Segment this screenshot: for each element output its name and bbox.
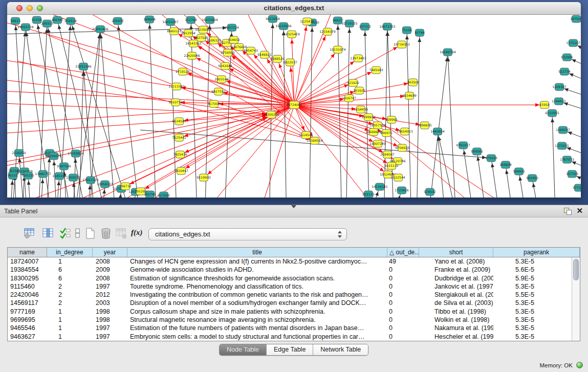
table-cell[interactable]: 9115460 [8, 282, 47, 291]
table-cell[interactable]: 1998 [93, 316, 127, 324]
table-cell[interactable]: Investigating the contribution of common… [127, 291, 387, 299]
table-cell[interactable]: 0 [387, 291, 419, 299]
table-cell[interactable]: 6 [47, 274, 93, 282]
table-cell[interactable]: Tourette syndrome. Phenomenology and cla… [127, 282, 387, 291]
table-cell[interactable]: 18724007 [8, 257, 47, 266]
table-cell[interactable]: 2008 [93, 274, 127, 282]
table-selector-dropdown[interactable]: citations_edges.txt [148, 228, 347, 240]
column-header-0[interactable]: name [8, 248, 47, 257]
table-cell[interactable]: 1 [47, 308, 93, 316]
new-table-icon[interactable] [84, 227, 98, 240]
table-cell[interactable]: 0 [387, 308, 419, 316]
merge-column-icon[interactable] [72, 227, 85, 240]
table-cell[interactable]: 1997 [93, 324, 127, 332]
table-cell[interactable]: Tibbo et al. (1998) [419, 308, 493, 316]
table-settings-icon[interactable] [24, 227, 37, 240]
table-row[interactable]: 1456911722003Disruption of a novel membe… [8, 299, 572, 307]
table-cell[interactable]: Jankovic et al. (1997) [419, 282, 493, 291]
column-header-1[interactable]: in_degree [47, 248, 93, 257]
table-cell[interactable]: 0 [387, 266, 419, 274]
function-builder-icon[interactable]: f(x) [131, 228, 143, 237]
graph-edge[interactable] [205, 20, 210, 198]
table-cell[interactable]: 5.3E-5 [493, 282, 572, 291]
graph-edge[interactable] [519, 171, 528, 198]
table-cell[interactable]: 22420046 [8, 291, 47, 299]
table-cell[interactable]: 5.5E-5 [493, 291, 572, 299]
network-window-titlebar[interactable]: citations_edges.txt [7, 2, 581, 15]
table-cell[interactable]: 1 [47, 333, 93, 341]
table-cell[interactable]: 2 [47, 299, 93, 307]
column-visibility-icon[interactable] [42, 227, 55, 240]
table-cell[interactable]: 19384554 [8, 266, 47, 274]
table-row[interactable]: 2242004622012Investigating the contribut… [8, 291, 572, 299]
network-canvas[interactable]: 1861324055724915562093131663478505142089… [7, 15, 581, 198]
memory-indicator-icon[interactable] [576, 362, 583, 368]
table-cell[interactable]: 18300295 [8, 274, 47, 282]
table-cell[interactable]: 9699695 [8, 316, 47, 324]
table-cell[interactable]: Disruption of a novel member of a sodium… [127, 299, 387, 307]
table-cell[interactable]: 5.3E-5 [493, 308, 572, 316]
table-cell[interactable]: de Silva et al. (2003) [419, 299, 493, 307]
table-cell[interactable]: Stergiakouli et al. (2012) [419, 291, 493, 299]
table-cell[interactable]: 2 [47, 282, 93, 291]
table-cell[interactable]: Dudbridge et al. (2008) [419, 274, 493, 282]
table-cell[interactable]: Franke et al. (2009) [419, 266, 493, 274]
table-row[interactable]: 1830029562008Estimation of significance … [8, 274, 572, 282]
graph-edge[interactable] [294, 15, 345, 105]
table-cell[interactable]: 0 [387, 282, 419, 291]
delete-column-trash-icon[interactable] [100, 227, 113, 240]
zoom-window-button[interactable] [37, 5, 43, 11]
table-cell[interactable]: 5.3E-5 [493, 257, 572, 266]
table-cell[interactable]: 2 [47, 291, 93, 299]
graph-edge[interactable] [89, 29, 100, 198]
table-cell[interactable]: 1 [47, 324, 93, 332]
graph-edge[interactable] [23, 105, 294, 198]
table-cell[interactable]: 9465546 [8, 324, 47, 332]
tab-edge-table[interactable]: Edge Table [266, 344, 313, 355]
graph-edge[interactable] [417, 33, 420, 198]
table-cell[interactable]: 9463627 [8, 333, 47, 341]
tab-network-table[interactable]: Network Table [313, 344, 368, 355]
graph-edge[interactable] [149, 19, 157, 198]
scrollbar-thumb[interactable] [573, 259, 579, 280]
table-cell[interactable]: Estimation of significance thresholds fo… [127, 274, 387, 282]
table-cell[interactable]: 0 [387, 316, 419, 324]
table-row[interactable]: 911546021997Tourette syndrome. Phenomeno… [8, 282, 572, 291]
close-panel-icon[interactable]: ✕ [576, 206, 583, 215]
table-cell[interactable]: Nakamura et al. (1997) [419, 324, 493, 332]
column-header-3[interactable]: title [127, 248, 387, 257]
table-cell[interactable]: 2003 [93, 299, 127, 307]
table-row[interactable]: 1938455462009Genome-wide association stu… [8, 266, 572, 274]
table-cell[interactable]: 2008 [93, 257, 127, 266]
memory-status-label[interactable]: Memory: OK [539, 362, 573, 368]
graph-edge[interactable] [552, 113, 556, 198]
graph-edge[interactable] [365, 27, 369, 198]
table-cell[interactable]: 1 [47, 257, 93, 266]
minimize-window-button[interactable] [27, 5, 33, 11]
table-row[interactable]: 1872400712008Changes of HCN gene express… [8, 257, 572, 266]
table-cell[interactable]: 14569117 [8, 299, 47, 307]
column-header-2[interactable]: year [93, 248, 127, 257]
table-cell[interactable]: 0 [387, 333, 419, 341]
column-header-5[interactable]: short [419, 248, 493, 257]
graph-edge[interactable] [407, 30, 411, 198]
table-cell[interactable]: 5.9E-5 [493, 274, 572, 282]
table-cell[interactable]: 6 [47, 266, 93, 274]
table-cell[interactable]: Corpus callosum shape and size in male p… [127, 308, 387, 316]
table-cell[interactable]: Genome-wide association studies in ADHD. [127, 266, 387, 274]
panel-divider-handle[interactable] [291, 205, 296, 208]
delete-table-icon-disabled[interactable] [115, 227, 128, 240]
table-cell[interactable]: Yano et al. (2008) [419, 257, 493, 266]
close-window-button[interactable] [16, 5, 23, 11]
table-row[interactable]: 969969511998Structural magnetic resonanc… [8, 316, 572, 324]
float-panel-icon[interactable] [564, 208, 572, 215]
table-cell[interactable]: 0 [387, 299, 419, 307]
table-row[interactable]: 977716911998Corpus callosum shape and si… [8, 308, 572, 316]
tab-node-table[interactable]: Node Table [220, 344, 266, 355]
table-row[interactable]: 946362711997Embryonic stem cells: a mode… [8, 333, 572, 341]
table-cell[interactable]: 0 [387, 274, 419, 282]
table-cell[interactable]: 9777169 [8, 308, 47, 316]
table-cell[interactable]: 1 [47, 316, 93, 324]
graph-edge[interactable] [448, 52, 456, 198]
table-cell[interactable]: Changes of HCN gene expression and I(f) … [127, 257, 387, 266]
